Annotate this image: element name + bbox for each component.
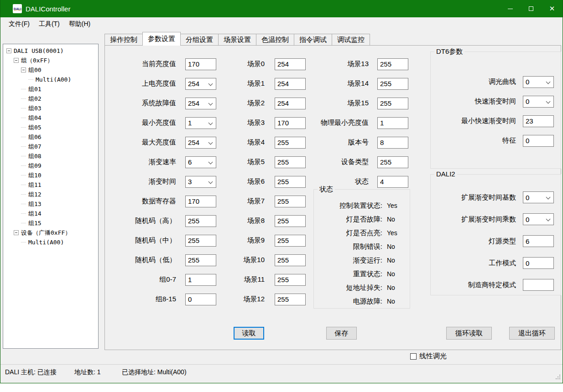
tree-item[interactable]: 组06 — [3, 132, 98, 142]
param-field[interactable]: 4 — [377, 176, 408, 188]
tree-item[interactable]: 组03 — [3, 103, 98, 113]
param-field[interactable]: 254 — [185, 98, 216, 109]
tree-expand-icon[interactable] — [14, 230, 19, 235]
param-field[interactable]: 255 — [275, 254, 306, 266]
param-field[interactable]: 0 — [523, 191, 554, 203]
tree-item[interactable]: 组14 — [3, 209, 98, 218]
tree-expand-icon[interactable] — [21, 67, 26, 72]
save-button[interactable]: 保存 — [326, 327, 357, 340]
tree-expand-icon[interactable] — [21, 87, 26, 92]
param-field[interactable]: 6 — [185, 156, 216, 168]
param-field[interactable]: 254 — [275, 98, 306, 109]
exit-loop-button[interactable]: 退出循环 — [509, 327, 555, 340]
param-field[interactable]: 0 — [523, 213, 554, 225]
tree-expand-icon[interactable] — [21, 201, 26, 206]
param-field[interactable]: 255 — [275, 294, 306, 305]
param-field[interactable]: 0 — [523, 96, 554, 108]
menu-item[interactable]: 文件(F) — [4, 18, 34, 31]
param-field[interactable]: 170 — [275, 117, 306, 129]
tab[interactable]: 调试监控 — [332, 34, 370, 46]
close-button[interactable]: ✕ — [542, 0, 563, 17]
param-field[interactable]: 1 — [185, 274, 216, 286]
param-field[interactable]: 254 — [275, 58, 306, 70]
param-field[interactable]: 255 — [275, 235, 306, 247]
tree-item[interactable]: 组02 — [3, 94, 98, 103]
param-field[interactable]: 255 — [377, 78, 408, 90]
param-field[interactable]: 0 — [523, 76, 554, 88]
param-field[interactable]: 170 — [185, 196, 216, 207]
tree-expand-icon[interactable] — [21, 192, 26, 197]
param-field[interactable]: 254 — [185, 78, 216, 90]
resize-grip-icon[interactable] — [555, 374, 561, 380]
tree-expand-icon[interactable] — [21, 211, 26, 216]
tree-item[interactable]: 组12 — [3, 190, 98, 199]
tab[interactable]: 参数设置 — [142, 32, 181, 46]
tree-item[interactable]: 组09 — [3, 161, 98, 170]
param-field[interactable] — [523, 279, 554, 291]
tree-item[interactable]: Multi(A00) — [3, 75, 98, 84]
read-button[interactable]: 读取 — [234, 327, 264, 340]
tree-item[interactable]: 组04 — [3, 113, 98, 123]
tree-item[interactable]: 组01 — [3, 84, 98, 94]
tab[interactable]: 场景设置 — [218, 34, 256, 46]
param-field[interactable]: 3 — [185, 176, 216, 188]
param-field[interactable]: 0 — [523, 135, 554, 147]
param-field[interactable]: 0 — [185, 294, 216, 305]
tree-expand-icon[interactable] — [28, 77, 33, 82]
tree-expand-icon[interactable] — [21, 96, 26, 101]
tree-expand-icon[interactable] — [21, 106, 26, 111]
param-field[interactable]: 8 — [377, 137, 408, 149]
param-field[interactable]: 254 — [185, 137, 216, 149]
tree-item[interactable]: 组05 — [3, 123, 98, 132]
tree-item[interactable]: 组15 — [3, 218, 98, 228]
param-field[interactable]: 23 — [523, 115, 554, 127]
tab[interactable]: 指令调试 — [294, 34, 332, 46]
param-field[interactable]: 255 — [185, 235, 216, 247]
param-field[interactable]: 1 — [377, 117, 408, 129]
tree-expand-icon[interactable] — [21, 125, 26, 130]
linear-dimming-checkbox[interactable] — [410, 353, 417, 360]
tree-item[interactable]: 组08 — [3, 151, 98, 161]
param-field[interactable]: 255 — [275, 137, 306, 149]
tree-expand-icon[interactable] — [14, 58, 19, 63]
maximize-button[interactable] — [521, 0, 542, 17]
param-field[interactable]: 255 — [185, 215, 216, 227]
param-field[interactable]: 255 — [377, 58, 408, 70]
tab[interactable]: 分组设置 — [180, 34, 219, 46]
param-field[interactable]: 1 — [185, 117, 216, 129]
param-field[interactable]: 255 — [275, 196, 306, 207]
param-field[interactable]: 6 — [523, 235, 554, 247]
tree-item[interactable]: 组07 — [3, 142, 98, 151]
tree-expand-icon[interactable] — [21, 221, 26, 226]
param-field[interactable]: 255 — [275, 156, 306, 168]
menu-item[interactable]: 工具(T) — [34, 18, 64, 31]
tree-expand-icon[interactable] — [21, 115, 26, 120]
tree-expand-icon[interactable] — [6, 48, 11, 53]
tree-expand-icon[interactable] — [21, 240, 26, 245]
param-field[interactable]: 255 — [275, 215, 306, 227]
tree-item[interactable]: 组（0xFF） — [3, 56, 98, 65]
minimize-button[interactable] — [500, 0, 521, 17]
tree-expand-icon[interactable] — [21, 163, 26, 168]
tab[interactable]: 色温控制 — [256, 34, 294, 46]
tree-expand-icon[interactable] — [21, 154, 26, 159]
tree-item[interactable]: Multi(A00) — [3, 237, 98, 247]
tree-item[interactable]: DALI USB(0001) — [3, 46, 98, 56]
param-field[interactable]: 170 — [185, 58, 216, 70]
tree-item[interactable]: 组13 — [3, 199, 98, 209]
tree-expand-icon[interactable] — [21, 134, 26, 139]
param-field[interactable]: 255 — [275, 176, 306, 188]
param-field[interactable]: 255 — [377, 156, 408, 168]
tree-expand-icon[interactable] — [21, 144, 26, 149]
param-field[interactable]: 255 — [377, 98, 408, 109]
loop-read-button[interactable]: 循环读取 — [446, 327, 492, 340]
param-field[interactable]: 0 — [523, 257, 554, 269]
param-field[interactable]: 255 — [275, 274, 306, 286]
tree-item[interactable]: 设备（广播0xFF） — [3, 228, 98, 237]
tree-expand-icon[interactable] — [21, 182, 26, 187]
param-field[interactable]: 255 — [185, 254, 216, 266]
param-field[interactable]: 254 — [275, 78, 306, 90]
tree-item[interactable]: 组10 — [3, 170, 98, 180]
menu-item[interactable]: 帮助(H) — [64, 18, 95, 31]
tree-item[interactable]: 组11 — [3, 180, 98, 190]
